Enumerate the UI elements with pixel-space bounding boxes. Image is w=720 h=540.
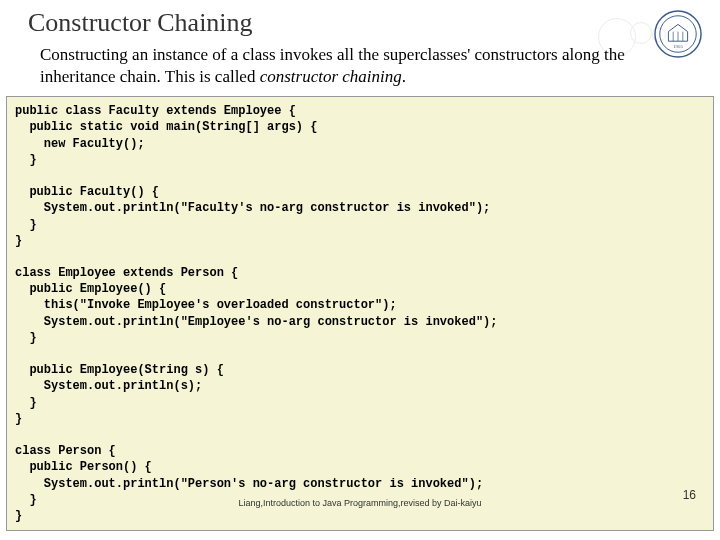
description-text-2: . (402, 67, 406, 86)
description-italic: constructor chaining (260, 67, 402, 86)
code-block: public class Faculty extends Employee { … (6, 96, 714, 531)
page-number: 16 (683, 488, 696, 502)
university-seal-logo: 1905 (654, 10, 702, 58)
footer-credit: Liang,Introduction to Java Programming,r… (238, 498, 481, 508)
slide: 1905 Constructor Chaining Constructing a… (0, 0, 720, 540)
svg-text:1905: 1905 (673, 44, 683, 49)
